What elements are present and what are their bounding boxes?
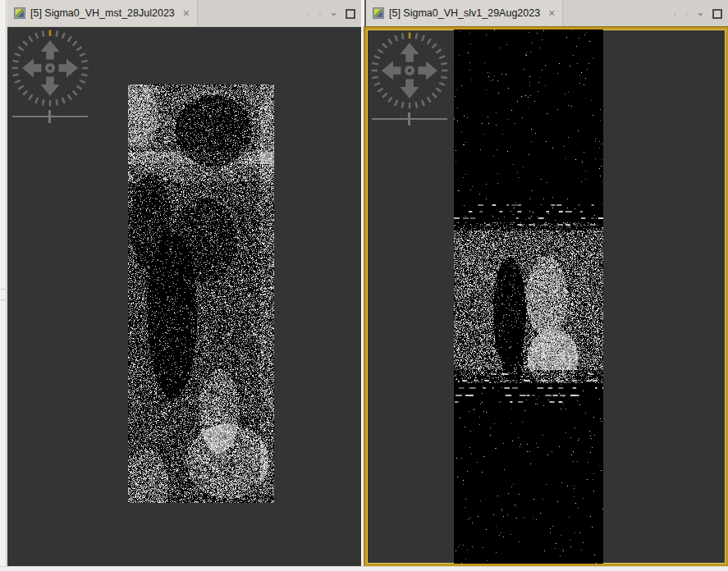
close-icon[interactable]: ×	[183, 7, 190, 19]
scroll-tabs-left-icon[interactable]: ‹	[306, 7, 310, 20]
close-icon[interactable]: ×	[548, 7, 555, 19]
scroll-tabs-left-icon[interactable]: ‹	[673, 7, 677, 20]
scroll-tabs-right-icon[interactable]: ›	[685, 7, 689, 20]
dock-grip	[1, 289, 5, 290]
pan-compass-control[interactable]	[11, 29, 89, 107]
band-image-icon	[373, 7, 384, 19]
tab-controls: ‹ › ⌄	[673, 0, 722, 27]
sar-image-master[interactable]	[128, 85, 274, 503]
tab-sigma0-vh-slv1[interactable]: [5] Sigma0_VH_slv1_29Aug2023 ×	[366, 0, 563, 26]
band-image-icon	[14, 7, 25, 19]
tab-label: [5] Sigma0_VH_slv1_29Aug2023	[389, 7, 540, 19]
zoom-slider[interactable]	[12, 110, 88, 123]
pan-compass-control[interactable]	[370, 31, 449, 110]
left-dock-edge[interactable]	[0, 0, 7, 566]
maximize-window-icon[interactable]	[712, 9, 722, 19]
sar-swath-band	[454, 30, 603, 564]
zoom-slider-thumb[interactable]	[408, 112, 410, 126]
tab-list-dropdown-icon[interactable]: ⌄	[696, 7, 705, 17]
tab-controls: ‹ › ⌄	[306, 0, 355, 27]
image-view-pane-slave: [5] Sigma0_VH_slv1_29Aug2023 × ‹ › ⌄	[364, 0, 728, 566]
bottom-dock-edge	[0, 566, 728, 571]
zoom-slider-thumb[interactable]	[48, 110, 51, 123]
maximize-window-icon[interactable]	[346, 9, 355, 19]
scroll-tabs-right-icon[interactable]: ›	[318, 7, 322, 20]
tab-list-dropdown-icon[interactable]: ⌄	[329, 7, 338, 17]
tab-sigma0-vh-mst[interactable]: [5] Sigma0_VH_mst_28Jul2023 ×	[7, 0, 198, 26]
sar-image-slave[interactable]	[454, 30, 603, 564]
snap-image-views-window: [5] Sigma0_VH_mst_28Jul2023 × ‹ › ⌄	[0, 0, 728, 571]
zoom-slider[interactable]	[372, 112, 447, 126]
image-canvas-area-slave[interactable]	[364, 27, 728, 566]
tabbar-slave: [5] Sigma0_VH_slv1_29Aug2023 × ‹ › ⌄	[364, 0, 728, 27]
dock-grip	[1, 299, 5, 300]
image-canvas-area-master[interactable]	[7, 27, 361, 566]
tabbar-master: [5] Sigma0_VH_mst_28Jul2023 × ‹ › ⌄	[7, 0, 361, 27]
image-view-pane-master: [5] Sigma0_VH_mst_28Jul2023 × ‹ › ⌄	[7, 0, 361, 566]
tab-label: [5] Sigma0_VH_mst_28Jul2023	[30, 7, 175, 19]
